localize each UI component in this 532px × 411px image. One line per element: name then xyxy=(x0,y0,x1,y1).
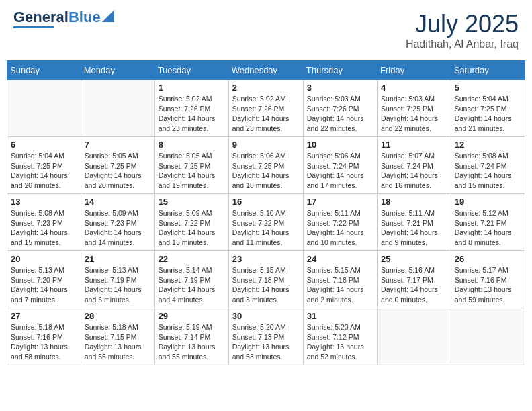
day-number: 14 xyxy=(85,197,151,207)
weekday-header: Wednesday xyxy=(228,61,303,80)
cell-content: Sunrise: 5:03 AMSunset: 7:26 PMDaylight:… xyxy=(307,94,373,134)
calendar-cell: 18Sunrise: 5:11 AMSunset: 7:21 PMDayligh… xyxy=(378,194,451,251)
logo-icon xyxy=(102,10,114,22)
calendar-cell: 24Sunrise: 5:15 AMSunset: 7:18 PMDayligh… xyxy=(303,251,377,308)
sunset-text: Sunset: 7:23 PM xyxy=(11,218,77,228)
title-section: July 2025 Hadithah, Al Anbar, Iraq xyxy=(406,10,519,50)
day-number: 13 xyxy=(11,197,77,207)
daylight-text: Daylight: 14 hours and 17 minutes. xyxy=(307,171,373,190)
calendar-cell: 2Sunrise: 5:02 AMSunset: 7:26 PMDaylight… xyxy=(228,80,303,137)
sunset-text: Sunset: 7:25 PM xyxy=(159,161,225,171)
calendar-cell: 20Sunrise: 5:13 AMSunset: 7:20 PMDayligh… xyxy=(7,251,81,308)
daylight-text: Daylight: 14 hours and 15 minutes. xyxy=(455,171,521,190)
sunrise-text: Sunrise: 5:13 AM xyxy=(85,265,151,275)
daylight-text: Daylight: 14 hours and 11 minutes. xyxy=(232,228,300,247)
daylight-text: Daylight: 14 hours and 23 minutes. xyxy=(159,113,225,133)
weekday-header: Monday xyxy=(81,61,154,80)
sunset-text: Sunset: 7:17 PM xyxy=(381,275,447,285)
day-number: 25 xyxy=(381,254,447,264)
calendar-cell: 12Sunrise: 5:08 AMSunset: 7:24 PMDayligh… xyxy=(451,137,525,194)
day-number: 17 xyxy=(307,197,373,207)
day-number: 10 xyxy=(307,140,373,150)
page-header: GeneralBlue July 2025 Hadithah, Al Anbar… xyxy=(7,7,525,54)
calendar-cell: 27Sunrise: 5:18 AMSunset: 7:16 PMDayligh… xyxy=(7,308,81,365)
daylight-text: Daylight: 13 hours and 56 minutes. xyxy=(85,342,151,361)
sunset-text: Sunset: 7:25 PM xyxy=(11,161,77,171)
day-number: 12 xyxy=(455,140,521,150)
calendar-cell: 19Sunrise: 5:12 AMSunset: 7:21 PMDayligh… xyxy=(451,194,525,251)
calendar-cell xyxy=(378,308,451,365)
sunrise-text: Sunrise: 5:02 AM xyxy=(159,94,225,104)
calendar-cell: 8Sunrise: 5:05 AMSunset: 7:25 PMDaylight… xyxy=(154,137,228,194)
cell-content: Sunrise: 5:07 AMSunset: 7:24 PMDaylight:… xyxy=(381,151,447,191)
day-number: 1 xyxy=(159,83,225,93)
daylight-text: Daylight: 14 hours and 10 minutes. xyxy=(307,228,373,247)
sunset-text: Sunset: 7:22 PM xyxy=(232,218,300,228)
day-number: 8 xyxy=(159,140,225,150)
cell-content: Sunrise: 5:08 AMSunset: 7:24 PMDaylight:… xyxy=(455,151,521,191)
sunrise-text: Sunrise: 5:17 AM xyxy=(455,265,521,275)
daylight-text: Daylight: 14 hours and 18 minutes. xyxy=(232,171,300,190)
day-number: 29 xyxy=(159,311,225,321)
daylight-text: Daylight: 14 hours and 23 minutes. xyxy=(232,113,300,133)
sunrise-text: Sunrise: 5:16 AM xyxy=(381,265,447,275)
daylight-text: Daylight: 14 hours and 16 minutes. xyxy=(381,171,447,190)
cell-content: Sunrise: 5:13 AMSunset: 7:20 PMDaylight:… xyxy=(11,265,77,305)
sunrise-text: Sunrise: 5:12 AM xyxy=(455,208,521,218)
calendar-week-row: 20Sunrise: 5:13 AMSunset: 7:20 PMDayligh… xyxy=(7,251,525,308)
sunset-text: Sunset: 7:16 PM xyxy=(11,332,77,342)
calendar-cell: 11Sunrise: 5:07 AMSunset: 7:24 PMDayligh… xyxy=(378,137,451,194)
sunset-text: Sunset: 7:20 PM xyxy=(11,275,77,285)
cell-content: Sunrise: 5:12 AMSunset: 7:21 PMDaylight:… xyxy=(455,208,521,248)
day-number: 31 xyxy=(307,311,373,321)
day-number: 4 xyxy=(381,83,447,93)
day-number: 11 xyxy=(381,140,447,150)
daylight-text: Daylight: 14 hours and 4 minutes. xyxy=(159,285,225,304)
calendar-table: SundayMondayTuesdayWednesdayThursdayFrid… xyxy=(7,60,525,365)
sunrise-text: Sunrise: 5:05 AM xyxy=(85,151,151,161)
sunrise-text: Sunrise: 5:18 AM xyxy=(11,322,77,332)
sunrise-text: Sunrise: 5:11 AM xyxy=(381,208,447,218)
sunset-text: Sunset: 7:25 PM xyxy=(85,161,151,171)
weekday-header: Friday xyxy=(378,61,451,80)
day-number: 3 xyxy=(307,83,373,93)
sunset-text: Sunset: 7:14 PM xyxy=(159,332,225,342)
calendar-cell: 3Sunrise: 5:03 AMSunset: 7:26 PMDaylight… xyxy=(303,80,377,137)
sunset-text: Sunset: 7:24 PM xyxy=(455,161,521,171)
sunrise-text: Sunrise: 5:03 AM xyxy=(381,94,447,104)
daylight-text: Daylight: 13 hours and 59 minutes. xyxy=(455,285,521,304)
cell-content: Sunrise: 5:19 AMSunset: 7:14 PMDaylight:… xyxy=(159,322,225,362)
daylight-text: Daylight: 13 hours and 52 minutes. xyxy=(307,342,373,361)
daylight-text: Daylight: 14 hours and 19 minutes. xyxy=(159,171,225,190)
sunrise-text: Sunrise: 5:09 AM xyxy=(159,208,225,218)
sunrise-text: Sunrise: 5:18 AM xyxy=(85,322,151,332)
sunrise-text: Sunrise: 5:02 AM xyxy=(232,94,300,104)
calendar-cell: 10Sunrise: 5:06 AMSunset: 7:24 PMDayligh… xyxy=(303,137,377,194)
day-number: 15 xyxy=(159,197,225,207)
calendar-cell xyxy=(451,308,525,365)
cell-content: Sunrise: 5:18 AMSunset: 7:15 PMDaylight:… xyxy=(85,322,151,362)
sunset-text: Sunset: 7:24 PM xyxy=(307,161,373,171)
svg-marker-0 xyxy=(102,10,114,22)
logo: GeneralBlue xyxy=(13,10,114,28)
calendar-week-row: 1Sunrise: 5:02 AMSunset: 7:26 PMDaylight… xyxy=(7,80,525,137)
cell-content: Sunrise: 5:02 AMSunset: 7:26 PMDaylight:… xyxy=(232,94,300,134)
day-number: 26 xyxy=(455,254,521,264)
sunrise-text: Sunrise: 5:04 AM xyxy=(455,94,521,104)
sunrise-text: Sunrise: 5:06 AM xyxy=(232,151,300,161)
calendar-cell: 22Sunrise: 5:14 AMSunset: 7:19 PMDayligh… xyxy=(154,251,228,308)
calendar-cell: 28Sunrise: 5:18 AMSunset: 7:15 PMDayligh… xyxy=(81,308,154,365)
daylight-text: Daylight: 14 hours and 0 minutes. xyxy=(381,285,447,304)
sunset-text: Sunset: 7:13 PM xyxy=(232,332,300,342)
cell-content: Sunrise: 5:14 AMSunset: 7:19 PMDaylight:… xyxy=(159,265,225,305)
cell-content: Sunrise: 5:05 AMSunset: 7:25 PMDaylight:… xyxy=(85,151,151,191)
daylight-text: Daylight: 14 hours and 2 minutes. xyxy=(307,285,373,304)
sunrise-text: Sunrise: 5:11 AM xyxy=(307,208,373,218)
day-number: 23 xyxy=(232,254,300,264)
day-number: 18 xyxy=(381,197,447,207)
sunset-text: Sunset: 7:23 PM xyxy=(85,218,151,228)
sunrise-text: Sunrise: 5:15 AM xyxy=(307,265,373,275)
daylight-text: Daylight: 14 hours and 7 minutes. xyxy=(11,285,77,304)
sunrise-text: Sunrise: 5:08 AM xyxy=(11,208,77,218)
daylight-text: Daylight: 14 hours and 20 minutes. xyxy=(11,171,77,190)
